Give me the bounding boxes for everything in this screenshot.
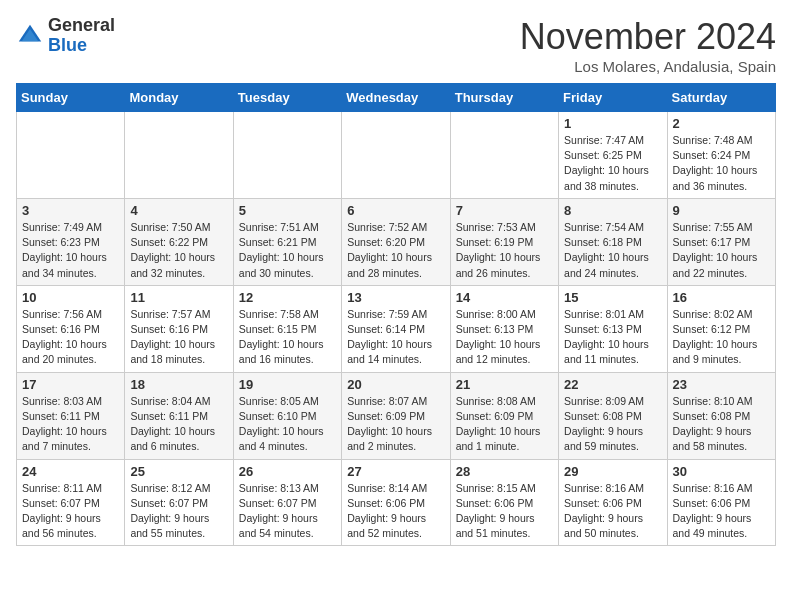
calendar-header: SundayMondayTuesdayWednesdayThursdayFrid…: [17, 84, 776, 112]
day-info: Sunrise: 8:07 AM Sunset: 6:09 PM Dayligh…: [347, 394, 444, 455]
calendar-body: 1Sunrise: 7:47 AM Sunset: 6:25 PM Daylig…: [17, 112, 776, 546]
calendar-cell: 6Sunrise: 7:52 AM Sunset: 6:20 PM Daylig…: [342, 198, 450, 285]
day-number: 5: [239, 203, 336, 218]
day-info: Sunrise: 8:02 AM Sunset: 6:12 PM Dayligh…: [673, 307, 770, 368]
day-info: Sunrise: 8:16 AM Sunset: 6:06 PM Dayligh…: [564, 481, 661, 542]
day-info: Sunrise: 7:48 AM Sunset: 6:24 PM Dayligh…: [673, 133, 770, 194]
header-row: SundayMondayTuesdayWednesdayThursdayFrid…: [17, 84, 776, 112]
day-info: Sunrise: 8:14 AM Sunset: 6:06 PM Dayligh…: [347, 481, 444, 542]
day-info: Sunrise: 8:00 AM Sunset: 6:13 PM Dayligh…: [456, 307, 553, 368]
calendar-cell: [233, 112, 341, 199]
header-day-thursday: Thursday: [450, 84, 558, 112]
calendar-cell: 30Sunrise: 8:16 AM Sunset: 6:06 PM Dayli…: [667, 459, 775, 546]
calendar-title-area: November 2024 Los Molares, Andalusia, Sp…: [520, 16, 776, 75]
page-header: General Blue November 2024 Los Molares, …: [16, 16, 776, 75]
day-number: 7: [456, 203, 553, 218]
day-number: 23: [673, 377, 770, 392]
day-number: 29: [564, 464, 661, 479]
day-number: 28: [456, 464, 553, 479]
header-day-monday: Monday: [125, 84, 233, 112]
calendar-cell: 16Sunrise: 8:02 AM Sunset: 6:12 PM Dayli…: [667, 285, 775, 372]
day-info: Sunrise: 7:51 AM Sunset: 6:21 PM Dayligh…: [239, 220, 336, 281]
calendar-cell: [125, 112, 233, 199]
day-info: Sunrise: 7:58 AM Sunset: 6:15 PM Dayligh…: [239, 307, 336, 368]
header-day-tuesday: Tuesday: [233, 84, 341, 112]
day-number: 26: [239, 464, 336, 479]
day-info: Sunrise: 8:09 AM Sunset: 6:08 PM Dayligh…: [564, 394, 661, 455]
calendar-cell: [342, 112, 450, 199]
day-info: Sunrise: 7:54 AM Sunset: 6:18 PM Dayligh…: [564, 220, 661, 281]
calendar-cell: 7Sunrise: 7:53 AM Sunset: 6:19 PM Daylig…: [450, 198, 558, 285]
day-info: Sunrise: 8:12 AM Sunset: 6:07 PM Dayligh…: [130, 481, 227, 542]
calendar-cell: [17, 112, 125, 199]
day-info: Sunrise: 8:11 AM Sunset: 6:07 PM Dayligh…: [22, 481, 119, 542]
calendar-cell: 20Sunrise: 8:07 AM Sunset: 6:09 PM Dayli…: [342, 372, 450, 459]
day-info: Sunrise: 7:57 AM Sunset: 6:16 PM Dayligh…: [130, 307, 227, 368]
logo-blue-text: Blue: [48, 36, 115, 56]
day-number: 30: [673, 464, 770, 479]
logo: General Blue: [16, 16, 115, 56]
calendar-cell: 11Sunrise: 7:57 AM Sunset: 6:16 PM Dayli…: [125, 285, 233, 372]
calendar-week-0: 1Sunrise: 7:47 AM Sunset: 6:25 PM Daylig…: [17, 112, 776, 199]
calendar-cell: 28Sunrise: 8:15 AM Sunset: 6:06 PM Dayli…: [450, 459, 558, 546]
day-number: 16: [673, 290, 770, 305]
calendar-cell: 12Sunrise: 7:58 AM Sunset: 6:15 PM Dayli…: [233, 285, 341, 372]
calendar-cell: 17Sunrise: 8:03 AM Sunset: 6:11 PM Dayli…: [17, 372, 125, 459]
calendar-week-3: 17Sunrise: 8:03 AM Sunset: 6:11 PM Dayli…: [17, 372, 776, 459]
day-number: 15: [564, 290, 661, 305]
calendar-cell: [450, 112, 558, 199]
day-number: 14: [456, 290, 553, 305]
calendar-cell: 29Sunrise: 8:16 AM Sunset: 6:06 PM Dayli…: [559, 459, 667, 546]
day-number: 13: [347, 290, 444, 305]
day-number: 25: [130, 464, 227, 479]
header-day-wednesday: Wednesday: [342, 84, 450, 112]
day-info: Sunrise: 7:49 AM Sunset: 6:23 PM Dayligh…: [22, 220, 119, 281]
day-number: 3: [22, 203, 119, 218]
calendar-week-2: 10Sunrise: 7:56 AM Sunset: 6:16 PM Dayli…: [17, 285, 776, 372]
calendar-cell: 19Sunrise: 8:05 AM Sunset: 6:10 PM Dayli…: [233, 372, 341, 459]
calendar-cell: 18Sunrise: 8:04 AM Sunset: 6:11 PM Dayli…: [125, 372, 233, 459]
day-info: Sunrise: 7:52 AM Sunset: 6:20 PM Dayligh…: [347, 220, 444, 281]
day-number: 22: [564, 377, 661, 392]
header-day-friday: Friday: [559, 84, 667, 112]
calendar-cell: 3Sunrise: 7:49 AM Sunset: 6:23 PM Daylig…: [17, 198, 125, 285]
day-number: 27: [347, 464, 444, 479]
calendar-cell: 24Sunrise: 8:11 AM Sunset: 6:07 PM Dayli…: [17, 459, 125, 546]
day-info: Sunrise: 8:04 AM Sunset: 6:11 PM Dayligh…: [130, 394, 227, 455]
day-number: 10: [22, 290, 119, 305]
calendar-cell: 26Sunrise: 8:13 AM Sunset: 6:07 PM Dayli…: [233, 459, 341, 546]
calendar-cell: 14Sunrise: 8:00 AM Sunset: 6:13 PM Dayli…: [450, 285, 558, 372]
day-number: 4: [130, 203, 227, 218]
day-info: Sunrise: 8:16 AM Sunset: 6:06 PM Dayligh…: [673, 481, 770, 542]
logo-general-text: General: [48, 16, 115, 36]
calendar-cell: 10Sunrise: 7:56 AM Sunset: 6:16 PM Dayli…: [17, 285, 125, 372]
header-day-saturday: Saturday: [667, 84, 775, 112]
day-number: 19: [239, 377, 336, 392]
month-title: November 2024: [520, 16, 776, 58]
day-number: 9: [673, 203, 770, 218]
calendar-cell: 1Sunrise: 7:47 AM Sunset: 6:25 PM Daylig…: [559, 112, 667, 199]
calendar-cell: 2Sunrise: 7:48 AM Sunset: 6:24 PM Daylig…: [667, 112, 775, 199]
calendar-cell: 9Sunrise: 7:55 AM Sunset: 6:17 PM Daylig…: [667, 198, 775, 285]
calendar-cell: 4Sunrise: 7:50 AM Sunset: 6:22 PM Daylig…: [125, 198, 233, 285]
day-info: Sunrise: 8:10 AM Sunset: 6:08 PM Dayligh…: [673, 394, 770, 455]
day-number: 1: [564, 116, 661, 131]
calendar-table: SundayMondayTuesdayWednesdayThursdayFrid…: [16, 83, 776, 546]
day-number: 20: [347, 377, 444, 392]
day-info: Sunrise: 7:56 AM Sunset: 6:16 PM Dayligh…: [22, 307, 119, 368]
calendar-cell: 15Sunrise: 8:01 AM Sunset: 6:13 PM Dayli…: [559, 285, 667, 372]
calendar-cell: 5Sunrise: 7:51 AM Sunset: 6:21 PM Daylig…: [233, 198, 341, 285]
calendar-cell: 21Sunrise: 8:08 AM Sunset: 6:09 PM Dayli…: [450, 372, 558, 459]
day-number: 24: [22, 464, 119, 479]
day-info: Sunrise: 8:05 AM Sunset: 6:10 PM Dayligh…: [239, 394, 336, 455]
day-number: 8: [564, 203, 661, 218]
day-info: Sunrise: 8:01 AM Sunset: 6:13 PM Dayligh…: [564, 307, 661, 368]
calendar-cell: 27Sunrise: 8:14 AM Sunset: 6:06 PM Dayli…: [342, 459, 450, 546]
logo-icon: [16, 22, 44, 50]
day-number: 18: [130, 377, 227, 392]
day-info: Sunrise: 8:15 AM Sunset: 6:06 PM Dayligh…: [456, 481, 553, 542]
calendar-cell: 8Sunrise: 7:54 AM Sunset: 6:18 PM Daylig…: [559, 198, 667, 285]
day-number: 12: [239, 290, 336, 305]
day-number: 2: [673, 116, 770, 131]
day-number: 11: [130, 290, 227, 305]
